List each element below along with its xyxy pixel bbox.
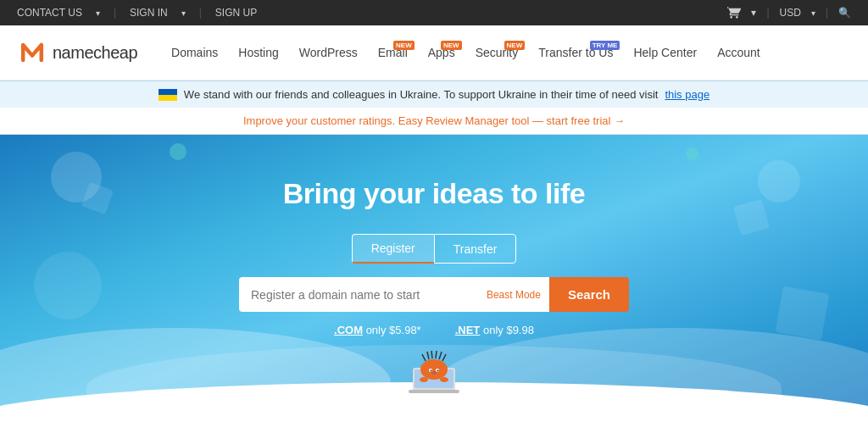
nav-email[interactable]: Email NEW — [370, 39, 416, 66]
email-new-badge: NEW — [393, 41, 415, 50]
sign-up-link[interactable]: SIGN UP — [215, 7, 257, 19]
ukraine-banner: We stand with our friends and colleagues… — [0, 80, 868, 108]
ukraine-banner-text: We stand with our friends and colleagues… — [184, 88, 659, 101]
nav-hosting[interactable]: Hosting — [230, 39, 287, 66]
nav-account[interactable]: Account — [709, 39, 769, 66]
svg-point-14 — [431, 371, 437, 375]
search-tabs: Register Transfer — [17, 234, 851, 264]
register-tab[interactable]: Register — [352, 234, 434, 264]
domain-prices: .COM only $5.98* .NET only $9.98 — [17, 324, 851, 336]
svg-line-4 — [422, 354, 426, 361]
logo[interactable]: namecheap — [17, 37, 137, 68]
svg-point-12 — [431, 370, 432, 372]
beast-mode-toggle[interactable]: Beast Mode — [478, 289, 549, 301]
logo-text: namecheap — [53, 43, 137, 63]
search-bar: Beast Mode Search — [239, 277, 629, 312]
security-new-badge: NEW — [504, 41, 526, 50]
ukraine-flag — [159, 89, 177, 101]
svg-line-9 — [442, 354, 446, 361]
svg-point-16 — [440, 377, 448, 382]
sign-in-link[interactable]: SIGN IN — [130, 7, 168, 19]
nav-security[interactable]: Security NEW — [467, 39, 527, 66]
search-icon[interactable]: 🔍 — [838, 7, 851, 19]
hero-character — [400, 342, 468, 396]
svg-line-6 — [431, 351, 432, 358]
search-button[interactable]: Search — [549, 277, 629, 312]
nav-transfer[interactable]: Transfer to Us TRY ME — [530, 39, 621, 66]
ukraine-link[interactable]: this page — [665, 88, 709, 101]
top-bar: CONTACT US ▾ | SIGN IN ▾ | SIGN UP ▾ | U… — [0, 0, 868, 25]
deco-dot-1 — [170, 143, 186, 160]
svg-line-7 — [436, 351, 437, 358]
transfer-tryme-badge: TRY ME — [590, 41, 620, 50]
search-input-wrapper: Beast Mode — [239, 277, 549, 312]
com-ext[interactable]: .COM — [334, 324, 363, 336]
contact-dropdown-arrow: ▾ — [96, 8, 100, 18]
top-bar-left: CONTACT US ▾ | SIGN IN ▾ | SIGN UP — [17, 7, 257, 19]
currency-selector[interactable]: USD — [780, 7, 801, 19]
cart-icon[interactable] — [727, 6, 741, 19]
svg-point-3 — [420, 359, 448, 380]
net-price: .NET only $9.98 — [455, 324, 534, 336]
nav-help-center[interactable]: Help Center — [625, 39, 705, 66]
signin-dropdown-arrow: ▾ — [181, 8, 186, 18]
svg-point-15 — [420, 377, 428, 382]
promo-banner: Improve your customer ratings. Easy Revi… — [0, 108, 868, 135]
nav-wordpress[interactable]: WordPress — [291, 39, 366, 66]
hero-title: Bring your ideas to life — [17, 177, 851, 210]
bottom-section: Buy a domain and everything else you nee… — [0, 421, 868, 433]
domain-search-input[interactable] — [239, 278, 478, 312]
deco-dot-2 — [686, 147, 698, 160]
hero-section: Bring your ideas to life Register Transf… — [0, 135, 868, 421]
cart-dropdown-arrow: ▾ — [751, 7, 756, 19]
promo-link[interactable]: Improve your customer ratings. Easy Revi… — [243, 114, 625, 127]
header: namecheap Domains Hosting WordPress Emai… — [0, 25, 868, 80]
svg-rect-1 — [409, 390, 459, 393]
transfer-tab[interactable]: Transfer — [434, 234, 517, 264]
nav-domains[interactable]: Domains — [163, 39, 226, 66]
svg-line-5 — [427, 352, 429, 359]
currency-dropdown-arrow: ▾ — [811, 8, 815, 18]
svg-line-8 — [439, 352, 442, 359]
net-ext[interactable]: .NET — [455, 324, 481, 336]
apps-new-badge: NEW — [441, 41, 462, 50]
top-bar-right: ▾ | USD ▾ | 🔍 — [727, 6, 851, 19]
svg-point-13 — [437, 370, 439, 372]
nav-apps[interactable]: Apps NEW — [420, 39, 464, 66]
com-price: .COM only $5.98* — [334, 324, 421, 336]
main-nav: Domains Hosting WordPress Email NEW Apps… — [163, 39, 851, 66]
contact-us-link[interactable]: CONTACT US — [17, 7, 82, 19]
